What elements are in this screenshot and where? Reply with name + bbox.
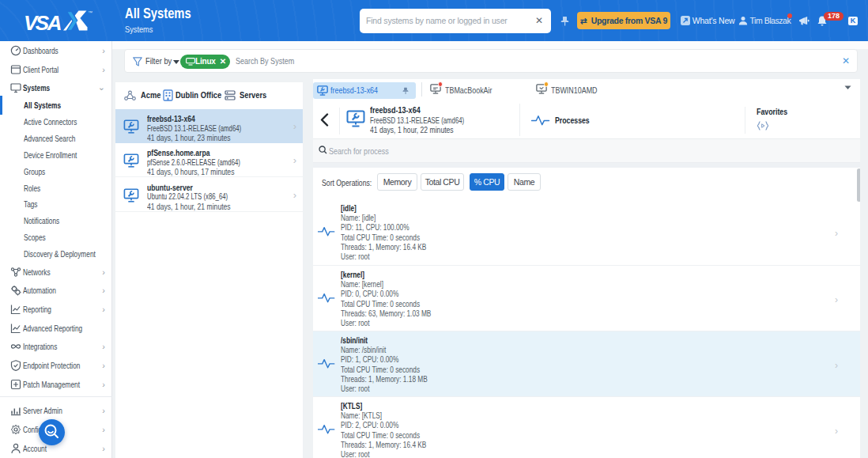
svg-text:™: ™ <box>88 10 92 15</box>
svg-text:VSA: VSA <box>24 11 61 34</box>
